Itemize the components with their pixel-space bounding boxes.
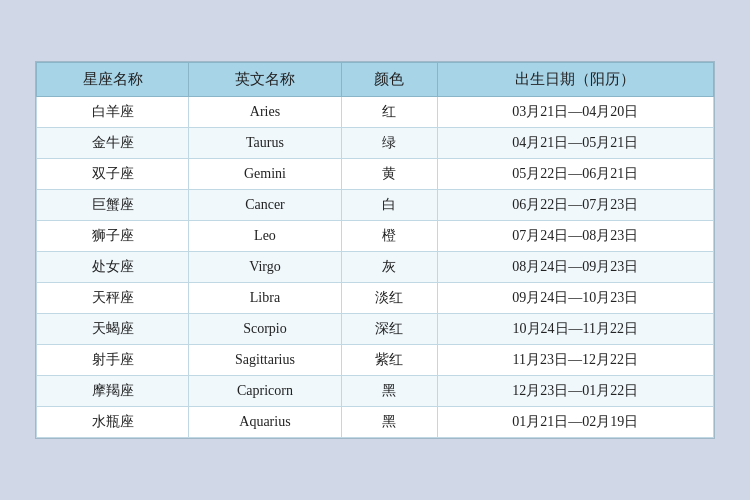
table-row: 金牛座Taurus绿04月21日—05月21日 (37, 128, 714, 159)
cell-color: 绿 (341, 128, 437, 159)
table-row: 白羊座Aries红03月21日—04月20日 (37, 97, 714, 128)
cell-dates: 10月24日—11月22日 (437, 314, 713, 345)
header-dates: 出生日期（阳历） (437, 63, 713, 97)
cell-chinese-name: 水瓶座 (37, 407, 189, 438)
cell-color: 黑 (341, 407, 437, 438)
cell-color: 橙 (341, 221, 437, 252)
cell-english-name: Cancer (189, 190, 341, 221)
cell-english-name: Capricorn (189, 376, 341, 407)
cell-english-name: Libra (189, 283, 341, 314)
cell-chinese-name: 摩羯座 (37, 376, 189, 407)
cell-chinese-name: 狮子座 (37, 221, 189, 252)
header-color: 颜色 (341, 63, 437, 97)
zodiac-table-container: 星座名称 英文名称 颜色 出生日期（阳历） 白羊座Aries红03月21日—04… (35, 61, 715, 439)
cell-dates: 01月21日—02月19日 (437, 407, 713, 438)
cell-english-name: Gemini (189, 159, 341, 190)
table-row: 摩羯座Capricorn黑12月23日—01月22日 (37, 376, 714, 407)
cell-chinese-name: 处女座 (37, 252, 189, 283)
cell-color: 淡红 (341, 283, 437, 314)
table-row: 天蝎座Scorpio深红10月24日—11月22日 (37, 314, 714, 345)
table-row: 双子座Gemini黄05月22日—06月21日 (37, 159, 714, 190)
cell-dates: 06月22日—07月23日 (437, 190, 713, 221)
cell-dates: 09月24日—10月23日 (437, 283, 713, 314)
cell-color: 灰 (341, 252, 437, 283)
table-row: 处女座Virgo灰08月24日—09月23日 (37, 252, 714, 283)
table-row: 狮子座Leo橙07月24日—08月23日 (37, 221, 714, 252)
cell-english-name: Aquarius (189, 407, 341, 438)
cell-dates: 04月21日—05月21日 (437, 128, 713, 159)
cell-chinese-name: 巨蟹座 (37, 190, 189, 221)
header-english-name: 英文名称 (189, 63, 341, 97)
cell-dates: 07月24日—08月23日 (437, 221, 713, 252)
header-chinese-name: 星座名称 (37, 63, 189, 97)
table-row: 巨蟹座Cancer白06月22日—07月23日 (37, 190, 714, 221)
cell-english-name: Scorpio (189, 314, 341, 345)
cell-chinese-name: 射手座 (37, 345, 189, 376)
cell-chinese-name: 金牛座 (37, 128, 189, 159)
cell-english-name: Sagittarius (189, 345, 341, 376)
cell-english-name: Virgo (189, 252, 341, 283)
cell-color: 白 (341, 190, 437, 221)
cell-dates: 12月23日—01月22日 (437, 376, 713, 407)
cell-color: 黑 (341, 376, 437, 407)
cell-english-name: Leo (189, 221, 341, 252)
table-body: 白羊座Aries红03月21日—04月20日金牛座Taurus绿04月21日—0… (37, 97, 714, 438)
cell-english-name: Taurus (189, 128, 341, 159)
table-row: 天秤座Libra淡红09月24日—10月23日 (37, 283, 714, 314)
cell-dates: 08月24日—09月23日 (437, 252, 713, 283)
cell-chinese-name: 天蝎座 (37, 314, 189, 345)
cell-chinese-name: 天秤座 (37, 283, 189, 314)
cell-color: 紫红 (341, 345, 437, 376)
cell-dates: 03月21日—04月20日 (437, 97, 713, 128)
table-row: 水瓶座Aquarius黑01月21日—02月19日 (37, 407, 714, 438)
zodiac-table: 星座名称 英文名称 颜色 出生日期（阳历） 白羊座Aries红03月21日—04… (36, 62, 714, 438)
cell-color: 黄 (341, 159, 437, 190)
cell-english-name: Aries (189, 97, 341, 128)
cell-color: 红 (341, 97, 437, 128)
table-row: 射手座Sagittarius紫红11月23日—12月22日 (37, 345, 714, 376)
cell-dates: 05月22日—06月21日 (437, 159, 713, 190)
table-header-row: 星座名称 英文名称 颜色 出生日期（阳历） (37, 63, 714, 97)
cell-dates: 11月23日—12月22日 (437, 345, 713, 376)
cell-color: 深红 (341, 314, 437, 345)
cell-chinese-name: 白羊座 (37, 97, 189, 128)
cell-chinese-name: 双子座 (37, 159, 189, 190)
